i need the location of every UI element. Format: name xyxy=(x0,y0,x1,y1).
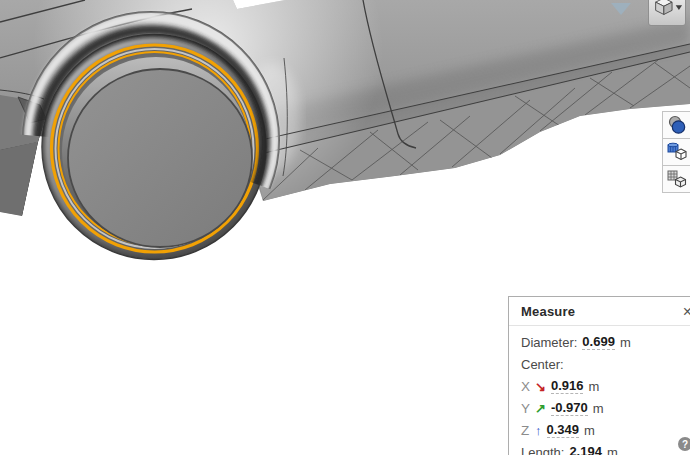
axis-y-value[interactable]: -0.970 xyxy=(551,400,588,416)
axis-x-direction-icon: ↘ xyxy=(535,379,546,394)
view-cube-icon xyxy=(652,0,683,22)
axis-y-unit: m xyxy=(593,401,604,416)
diameter-value[interactable]: 0.699 xyxy=(582,334,615,350)
measure-panel-body: Diameter: 0.699 m Center: X ↘ 0.916 m Y … xyxy=(509,326,690,455)
axis-row-x: X ↘ 0.916 m xyxy=(521,375,690,397)
measure-panel-header: Measure × xyxy=(509,297,690,326)
axis-z-label: Z xyxy=(521,423,532,438)
diameter-unit: m xyxy=(620,335,631,350)
toolbar-button-measure-mesh[interactable] xyxy=(662,165,690,193)
help-icon[interactable]: ? xyxy=(678,437,690,451)
measure-panel: Measure × Diameter: 0.699 m Center: X ↘ … xyxy=(508,296,690,455)
side-toolbar xyxy=(662,112,690,193)
length-row: Length: 2.194 m xyxy=(521,441,690,455)
axis-row-y: Y ↗ -0.970 m xyxy=(521,397,690,419)
axis-y-direction-icon: ↗ xyxy=(535,401,546,416)
axis-x-value[interactable]: 0.916 xyxy=(551,378,584,394)
axis-z-unit: m xyxy=(584,423,595,438)
length-unit: m xyxy=(607,445,618,455)
axis-row-z: Z ↑ 0.349 m xyxy=(521,419,690,441)
measure-mesh-icon xyxy=(666,168,688,190)
cube-dropdown-caret-icon xyxy=(676,5,682,10)
diameter-row: Diameter: 0.699 m xyxy=(521,331,690,353)
axis-x-unit: m xyxy=(588,379,599,394)
toolbar-button-measure-cylinder[interactable] xyxy=(662,138,690,166)
diameter-label: Diameter: xyxy=(521,335,577,350)
measure-points-icon xyxy=(666,114,688,136)
view-cube-button[interactable] xyxy=(648,0,686,26)
measure-panel-title: Measure xyxy=(521,304,575,319)
wheel-disc xyxy=(68,69,252,247)
center-row: Center: xyxy=(521,353,690,375)
axis-x-label: X xyxy=(521,379,532,394)
view-dropdown-caret[interactable] xyxy=(611,3,631,15)
axis-z-value[interactable]: 0.349 xyxy=(547,422,580,438)
axis-z-direction-icon: ↑ xyxy=(535,423,542,438)
axis-y-label: Y xyxy=(521,401,532,416)
length-value[interactable]: 2.194 xyxy=(569,444,602,455)
close-icon[interactable]: × xyxy=(683,306,690,318)
toolbar-button-measure-points[interactable] xyxy=(662,111,690,139)
measure-cylinder-icon xyxy=(666,141,688,163)
length-label: Length: xyxy=(521,445,564,455)
center-label: Center: xyxy=(521,357,564,372)
car-body[interactable] xyxy=(0,0,690,268)
